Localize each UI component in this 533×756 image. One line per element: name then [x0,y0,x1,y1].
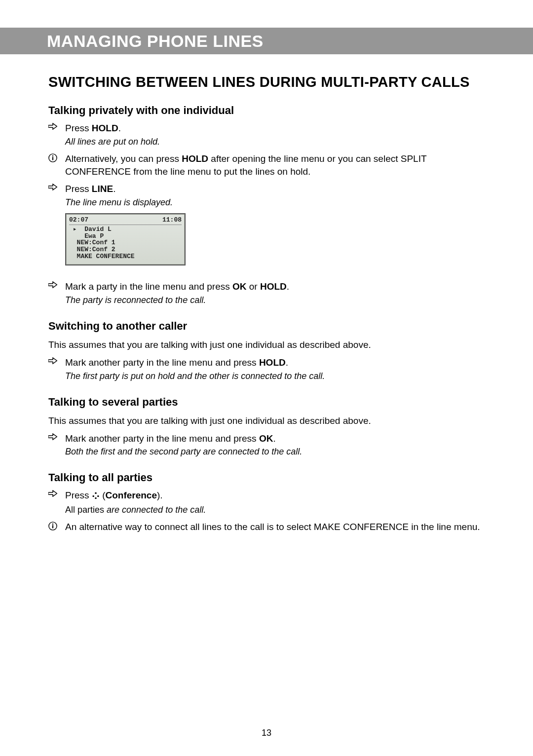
arrow-icon [48,280,65,306]
step-text: Press HOLD. All lines are put on hold. [65,122,485,148]
text: Mark a party in the line menu and press [65,281,232,292]
section-title: SWITCHING BETWEEN LINES DURING MULTI-PAR… [48,74,485,90]
paragraph: This assumes that you are talking with j… [48,339,485,351]
text: . [118,123,121,133]
lcd-time-left: 02:07 [69,216,88,224]
bold: OK [232,281,247,292]
text: or [247,281,260,292]
info-text: Alternatively, you can press HOLD after … [65,152,485,178]
text: ). [157,490,163,500]
step-text: Mark another party in the line menu and … [65,356,485,382]
bold: Conference [105,490,157,500]
text: ( [100,490,106,500]
text: Mark another party in the line menu and … [65,357,259,368]
lcd-header: 02:07 11:08 [69,216,182,225]
arrow-icon [48,356,65,382]
arrow-icon [48,432,65,458]
info-icon [48,152,65,178]
bold: HOLD [259,357,286,368]
info-icon [48,521,65,533]
step-row: Mark another party in the line menu and … [48,432,485,458]
step-row: Press LINE. The line menu is displayed. [48,183,485,208]
step-row: Mark another party in the line menu and … [48,356,485,382]
lcd-line: NEW:Conf 2 [69,246,182,253]
lcd-time-right: 11:08 [162,216,182,224]
step-text: Mark another party in the line menu and … [65,432,485,458]
text: . [286,357,288,368]
svg-point-3 [95,492,97,494]
step-note: The party is reconnected to the call. [65,294,485,306]
step-note: The line menu is displayed. [65,196,485,208]
step-row: Mark a party in the line menu and press … [48,280,485,306]
step-note: Both the first and the second party are … [65,446,485,457]
text: . [113,184,115,194]
step-text: Mark a party in the line menu and press … [65,280,485,306]
step-note: All parties are connected to the call. [65,504,485,516]
svg-rect-2 [52,157,53,160]
svg-rect-9 [52,526,53,529]
arrow-icon [48,489,65,516]
text: Mark another party in the line menu and … [65,433,259,444]
lcd-line: Ewa P [69,233,182,240]
step-row: Press HOLD. All lines are put on hold. [48,122,485,148]
svg-point-5 [97,495,99,497]
svg-point-4 [92,495,94,497]
lcd-screenshot: 02:07 11:08 ▸ David L Ewa P NEW:Conf 1 N… [65,213,485,265]
page-content: SWITCHING BETWEEN LINES DURING MULTI-PAR… [0,74,533,533]
step-text: Press LINE. The line menu is displayed. [65,183,485,208]
svg-point-8 [52,524,54,525]
svg-point-1 [52,155,54,157]
bold: LINE [92,184,113,194]
bold: HOLD [92,123,118,133]
paragraph: This assumes that you are talking with j… [48,415,485,427]
text: Alternatively, you can press [65,153,182,164]
info-text: An alternative way to connect all lines … [65,521,485,533]
lcd-line: NEW:Conf 1 [69,239,182,246]
step-row: Press (Conference). All parties are conn… [48,489,485,516]
text: All parties [65,505,107,515]
step-note: All lines are put on hold. [65,136,485,148]
text-italic: are connected to the call. [107,505,206,515]
bold: HOLD [260,281,287,292]
step-note: The first party is put on hold and the o… [65,370,485,382]
subhead-s4: Talking to all parties [48,471,485,484]
lcd-line: MAKE CONFERENCE [69,253,182,260]
text: . [273,433,275,444]
banner-text: MANAGING PHONE LINES [47,32,264,51]
conference-icon [92,490,100,503]
text: . [287,281,289,292]
arrow-icon [48,122,65,148]
bold: HOLD [182,153,208,164]
svg-point-6 [95,497,97,499]
bold: OK [259,433,273,444]
info-row: An alternative way to connect all lines … [48,521,485,533]
info-row: Alternatively, you can press HOLD after … [48,152,485,178]
step-text: Press (Conference). All parties are conn… [65,489,485,516]
page-banner: MANAGING PHONE LINES [0,28,533,54]
arrow-icon [48,183,65,208]
text: Press [65,184,92,194]
subhead-s3: Talking to several parties [48,396,485,409]
lcd-line: ▸ David L [69,226,182,233]
text: Press [65,123,92,133]
page-number: 13 [0,728,533,738]
text: Press [65,490,92,500]
subhead-s1: Talking privately with one individual [48,104,485,117]
subhead-s2: Switching to another caller [48,320,485,333]
lcd: 02:07 11:08 ▸ David L Ewa P NEW:Conf 1 N… [65,213,186,265]
